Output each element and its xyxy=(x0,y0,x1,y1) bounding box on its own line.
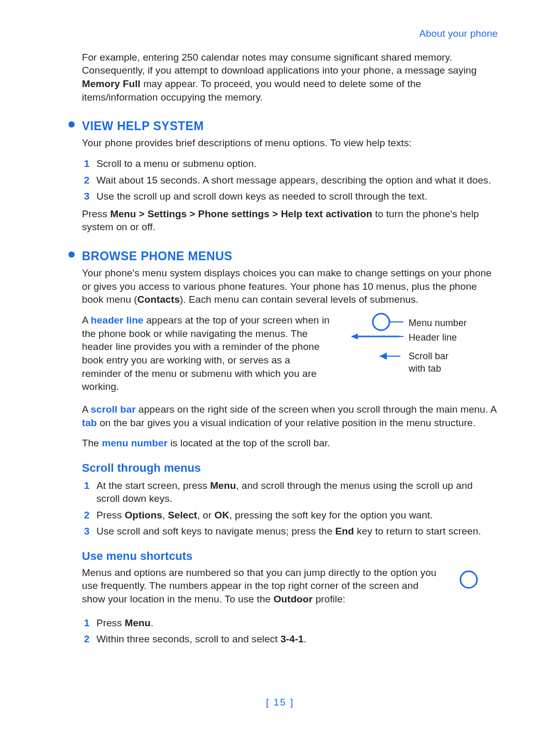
text: Press xyxy=(82,208,110,219)
step-number: 2 xyxy=(84,632,90,646)
callout-figure: Menu number Header line Scroll bar with … xyxy=(342,314,498,386)
heading-text: BROWSE PHONE MENUS xyxy=(82,249,232,263)
menu-number-paragraph: The menu number is located at the top of… xyxy=(82,437,498,450)
bullet-icon xyxy=(68,251,75,258)
callout-label-scroll-bar-1: Scroll bar xyxy=(409,350,449,362)
page-number: [ 15 ] xyxy=(0,696,560,709)
callout-label-scroll-bar-2: with tab xyxy=(409,362,441,375)
text: A xyxy=(82,404,91,415)
scroll-bar-paragraph: A scroll bar appears on the right side o… xyxy=(82,403,498,429)
svg-marker-3 xyxy=(352,333,358,340)
view-help-press: Press Menu > Settings > Phone settings >… xyxy=(82,207,498,234)
term-header-line: header line xyxy=(91,315,143,326)
text: appears on the right side of the screen … xyxy=(136,404,497,415)
step-number: 1 xyxy=(84,616,90,630)
text: key to return to start screen. xyxy=(354,526,481,537)
list-item: 2Wait about 15 seconds. A short message … xyxy=(82,174,498,187)
list-item: 2 Press Options, Select, or OK, pressing… xyxy=(82,509,498,522)
text: Press xyxy=(96,510,124,520)
text: Use scroll and soft keys to navigate men… xyxy=(96,526,335,537)
text: Menus and options are numbered so that y… xyxy=(82,567,437,604)
text: A xyxy=(82,315,91,326)
callout-label-menu-number: Menu number xyxy=(409,317,467,329)
text: . xyxy=(304,634,306,644)
heading-view-help-system: VIEW HELP SYSTEM xyxy=(82,118,498,134)
term-menu-number: menu number xyxy=(102,438,167,448)
callout-row: A header line appears at the top of your… xyxy=(82,314,498,401)
text: ). Each menu can contain several levels … xyxy=(180,294,418,305)
term-select: Select xyxy=(168,510,198,520)
text: is located at the top of the scroll bar. xyxy=(167,438,330,448)
step-number: 3 xyxy=(84,525,90,538)
list-item: 1 At the start screen, press Menu, and s… xyxy=(82,479,498,505)
step-number: 2 xyxy=(84,174,90,187)
svg-point-0 xyxy=(373,314,389,330)
shortcut-steps: 1 Press Menu. 2 Within three seconds, sc… xyxy=(82,616,498,646)
step-text: Use the scroll up and scroll down keys a… xyxy=(96,191,427,202)
view-help-steps: 1Scroll to a menu or submenu option. 2Wa… xyxy=(82,157,498,203)
callout-text-column: A header line appears at the top of your… xyxy=(82,314,330,401)
step-number: 3 xyxy=(84,190,90,203)
shortcut-row: Menus and options are numbered so that y… xyxy=(82,566,498,613)
term-menu: Menu xyxy=(210,480,236,491)
heading-scroll-through-menus: Scroll through menus xyxy=(82,460,498,476)
bullet-icon xyxy=(68,121,75,128)
heading-browse-phone-menus: BROWSE PHONE MENUS xyxy=(82,248,498,264)
list-item: 3 Use scroll and soft keys to navigate m… xyxy=(82,525,498,538)
text: Within three seconds, scroll to and sele… xyxy=(96,634,281,644)
term-ok: OK xyxy=(215,510,230,520)
step-number: 1 xyxy=(84,479,90,492)
term-contacts: Contacts xyxy=(137,294,180,305)
document-page: About your phone For example, entering 2… xyxy=(0,0,560,732)
browse-intro: Your phone's menu system displays choice… xyxy=(82,266,498,306)
text: Press xyxy=(96,617,124,628)
view-help-intro: Your phone provides brief descriptions o… xyxy=(82,136,498,150)
list-item: 2 Within three seconds, scroll to and se… xyxy=(82,632,498,646)
heading-use-menu-shortcuts: Use menu shortcuts xyxy=(82,548,498,564)
term-scroll-bar: scroll bar xyxy=(91,404,136,415)
text: . xyxy=(150,617,153,628)
text: appears at the top of your screen when i… xyxy=(82,315,330,392)
text: For example, entering 250 calendar notes… xyxy=(82,52,477,76)
term-end: End xyxy=(335,526,354,537)
list-item: 1Scroll to a menu or submenu option. xyxy=(82,157,498,171)
callout-label-header-line: Header line xyxy=(409,331,457,344)
step-number: 1 xyxy=(84,157,90,171)
term-memory-full: Memory Full xyxy=(82,78,141,89)
list-item: 3Use the scroll up and scroll down keys … xyxy=(82,190,498,203)
term-menu: Menu xyxy=(124,617,150,628)
circle-icon xyxy=(456,568,481,593)
term-outdoor: Outdoor xyxy=(273,594,313,604)
heading-text: VIEW HELP SYSTEM xyxy=(82,119,204,133)
header-line-paragraph: A header line appears at the top of your… xyxy=(82,314,330,393)
term-tab: tab xyxy=(82,417,97,428)
intro-paragraph: For example, entering 250 calendar notes… xyxy=(82,51,498,104)
text: , pressing the soft key for the option y… xyxy=(229,510,432,520)
step-text: Wait about 15 seconds. A short message a… xyxy=(96,175,491,186)
shortcut-intro: Menus and options are numbered so that y… xyxy=(82,566,441,606)
text: , xyxy=(162,510,168,520)
svg-marker-6 xyxy=(380,353,387,360)
text: profile: xyxy=(313,594,345,604)
shortcut-text-column: Menus and options are numbered so that y… xyxy=(82,566,441,613)
list-item: 1 Press Menu. xyxy=(82,616,498,630)
svg-point-7 xyxy=(460,571,477,588)
term-341: 3-4-1 xyxy=(281,634,304,644)
term-options: Options xyxy=(124,510,162,520)
step-number: 2 xyxy=(84,509,90,522)
text: At the start screen, press xyxy=(96,480,210,491)
text: The xyxy=(82,438,102,448)
section-link[interactable]: About your phone xyxy=(82,27,498,40)
text: , or xyxy=(197,510,214,520)
scroll-through-steps: 1 At the start screen, press Menu, and s… xyxy=(82,479,498,539)
menu-path: Menu > Settings > Phone settings > Help … xyxy=(110,208,372,219)
step-text: Scroll to a menu or submenu option. xyxy=(96,158,257,169)
shortcut-figure xyxy=(456,566,498,597)
text: on the bar gives you a visual indication… xyxy=(97,417,475,428)
